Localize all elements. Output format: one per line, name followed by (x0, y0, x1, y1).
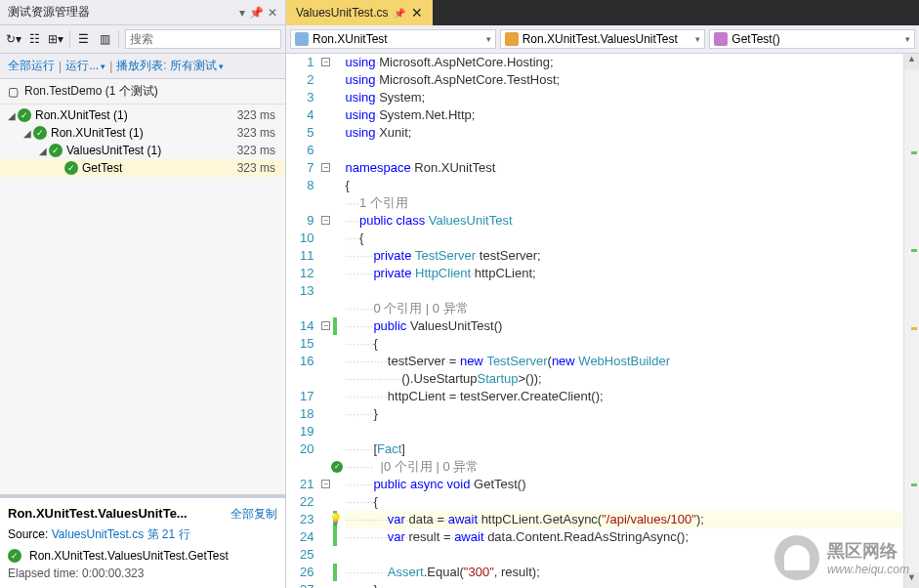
code-line[interactable]: { (345, 177, 903, 194)
project-icon: ▢ (8, 85, 19, 99)
elapsed-time: Elapsed time: 0:00:00.323 (8, 567, 277, 580)
code-line[interactable]: using·Xunit; (345, 124, 903, 142)
chevron-down-icon[interactable]: ◢ (37, 146, 49, 156)
panel-header: 测试资源管理器 ▾ 📌 ✕ (0, 0, 285, 25)
detail-pane: Ron.XUnitTest.ValuesUnitTe... 全部复制 Sourc… (0, 498, 285, 588)
run-all-link[interactable]: 全部运行 (8, 58, 55, 74)
code-line[interactable]: ············var·data·=·await·httpCLient.… (345, 511, 903, 528)
class-dropdown[interactable]: Ron.XUnitTest.ValuesUnitTest (500, 29, 706, 49)
code-line[interactable]: ············httpCLient·=·testServer.Crea… (345, 388, 903, 405)
scroll-up-icon[interactable]: ▲ (904, 54, 919, 69)
code-line[interactable]: using·System; (345, 89, 903, 106)
nav-bar: Ron.XUnitTest Ron.XUnitTest.ValuesUnitTe… (286, 25, 919, 54)
class-icon (505, 32, 519, 46)
result-name: Ron.XUnitTest.ValuesUnitTest.GetTest (29, 549, 229, 563)
close-icon[interactable]: ✕ (268, 6, 277, 20)
fold-icon[interactable]: − (321, 321, 330, 330)
tab-label: ValuesUnitTest.cs (296, 6, 388, 20)
code-line[interactable]: ········public·async·void·GetTest() (345, 476, 903, 493)
fold-icon[interactable]: − (321, 58, 330, 66)
margin-column: 💡✓ (333, 54, 341, 588)
filter-icon[interactable]: ▥ (95, 28, 114, 50)
chevron-down-icon[interactable]: ◢ (21, 128, 33, 139)
code-content: using·Microsoft.AspNetCore.Hosting;using… (341, 54, 903, 588)
code-line[interactable]: ········private·TestServer·testServer; (345, 247, 903, 265)
panel-title: 测试资源管理器 (8, 4, 90, 21)
code-line[interactable]: ····{ (345, 230, 903, 247)
fold-icon[interactable]: − (321, 163, 330, 172)
chevron-down-icon[interactable]: ◢ (6, 110, 18, 121)
code-line[interactable]: ········0 个引用 | 0 异常 (345, 300, 903, 317)
scrollbar[interactable]: ▲ ▼ (903, 54, 919, 588)
fold-icon[interactable]: − (321, 216, 330, 225)
code-line[interactable]: ············var·result·=·await·data.Cont… (345, 528, 903, 546)
code-line[interactable]: using·System.Net.Http; (345, 106, 903, 124)
code-line[interactable]: ············Assert.Equal("300",·result); (345, 564, 903, 581)
pin-icon[interactable]: 📌 (394, 8, 405, 19)
code-line[interactable]: ················().UseStartupStartup>())… (345, 370, 903, 388)
code-line[interactable]: namespace·Ron.XUnitTest (345, 159, 903, 177)
hierarchy-icon[interactable]: ☷ (25, 28, 45, 50)
pass-icon (64, 161, 78, 175)
tree-row[interactable]: ◢ValuesUnitTest (1)323 ms (0, 142, 285, 159)
list-icon[interactable]: ☰ (74, 28, 94, 50)
method-dropdown[interactable]: GetTest() (709, 29, 915, 49)
code-line[interactable]: ····public·class·ValuesUnitTest (345, 212, 903, 230)
tab-bar: ValuesUnitTest.cs 📌 ✕ (286, 0, 919, 25)
code-line[interactable]: ········{ (345, 335, 903, 353)
test-group-header[interactable]: ▢ Ron.TestDemo (1 个测试) (0, 79, 285, 105)
code-line[interactable]: ········private·HttpClient·httpCLient; (345, 265, 903, 282)
tab-close-icon[interactable]: ✕ (411, 5, 423, 21)
code-line[interactable]: ········[Fact] (345, 441, 903, 458)
source-label: Source: (8, 527, 48, 541)
test-time: 323 ms (237, 126, 279, 140)
test-time: 323 ms (237, 161, 279, 175)
tab-active[interactable]: ValuesUnitTest.cs 📌 ✕ (286, 0, 433, 25)
code-line[interactable] (345, 142, 903, 159)
code-line[interactable]: ········{ (345, 493, 903, 511)
source-link[interactable]: ValuesUnitTest.cs 第 21 行 (52, 527, 190, 541)
search-input[interactable] (125, 29, 281, 49)
namespace-dropdown[interactable]: Ron.XUnitTest (290, 29, 496, 49)
pin-icon[interactable]: 📌 (249, 6, 264, 20)
pass-icon (33, 126, 47, 140)
code-line[interactable]: ········} (345, 581, 903, 588)
tree-row[interactable]: ◢Ron.XUnitTest (1)323 ms (0, 106, 285, 124)
tree-row[interactable]: GetTest323 ms (0, 159, 285, 177)
group-icon[interactable]: ⊞▾ (46, 28, 65, 50)
toolbar: ↻▾ ☷ ⊞▾ ☰ ▥ (0, 25, 285, 54)
line-gutter: 1234567891011121314151617181920212223242… (286, 54, 319, 588)
group-label: Ron.TestDemo (1 个测试) (24, 83, 158, 100)
pass-icon (49, 144, 63, 157)
scroll-down-icon[interactable]: ▼ (904, 572, 919, 588)
playlist-link[interactable]: 播放列表: 所有测试 (116, 58, 224, 74)
code-line[interactable]: ········ |0 个引用 | 0 异常 (345, 458, 903, 476)
copy-all-link[interactable]: 全部复制 (230, 506, 277, 523)
test-label: ValuesUnitTest (1) (66, 144, 237, 157)
pass-icon (18, 108, 31, 122)
code-line[interactable]: ········public·ValuesUnitTest() (345, 317, 903, 335)
editor-panel: ValuesUnitTest.cs 📌 ✕ Ron.XUnitTest Ron.… (286, 0, 919, 588)
refresh-icon[interactable]: ↻▾ (4, 28, 23, 50)
run-link[interactable]: 运行... (65, 58, 105, 74)
code-line[interactable]: using·Microsoft.AspNetCore.TestHost; (345, 71, 903, 89)
code-line[interactable]: ············testServer·=·new·TestServer(… (345, 353, 903, 370)
test-explorer-panel: 测试资源管理器 ▾ 📌 ✕ ↻▾ ☷ ⊞▾ ☰ ▥ 全部运行 | 运行... |… (0, 0, 286, 588)
code-line[interactable]: using·Microsoft.AspNetCore.Hosting; (345, 54, 903, 71)
code-editor[interactable]: 1234567891011121314151617181920212223242… (286, 54, 903, 588)
pass-icon (8, 549, 21, 563)
test-time: 323 ms (237, 108, 279, 122)
code-line[interactable]: ····1 个引用 (345, 194, 903, 212)
code-line[interactable] (345, 546, 903, 564)
fold-icon[interactable]: − (321, 480, 330, 488)
method-icon (714, 32, 728, 46)
test-label: Ron.XUnitTest (1) (51, 126, 237, 140)
test-time: 323 ms (237, 144, 279, 157)
test-label: Ron.XUnitTest (1) (35, 108, 237, 122)
code-line[interactable] (345, 423, 903, 441)
test-label: GetTest (82, 161, 237, 175)
code-line[interactable]: ········} (345, 405, 903, 423)
code-line[interactable] (345, 282, 903, 300)
dropdown-icon[interactable]: ▾ (239, 6, 245, 20)
tree-row[interactable]: ◢Ron.XUnitTest (1)323 ms (0, 124, 285, 142)
